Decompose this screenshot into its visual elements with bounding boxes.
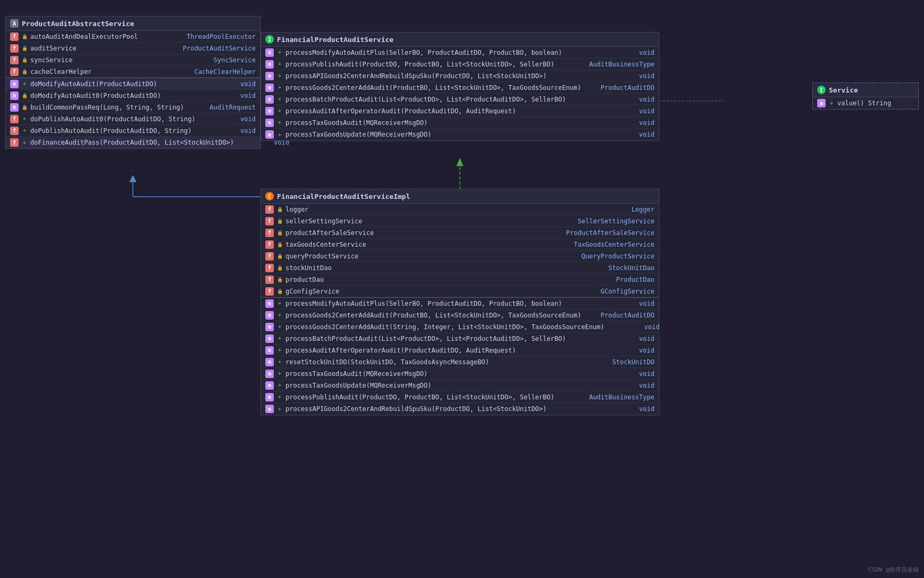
abstract-class-box: A ProductAuditAbstractService f 🔒 autoAu… xyxy=(5,16,261,149)
method-badge: m xyxy=(10,103,19,112)
method-type: void xyxy=(612,119,654,127)
method-name: processAuditAfterOperatorAudit(ProductAu… xyxy=(285,347,599,354)
table-row: m 🔒 doModifyAutoAudit0(ProductAuditDO) v… xyxy=(6,90,260,102)
vis-icon: + xyxy=(276,370,283,378)
table-row: m + processModifyAutoAuditPlus(SellerBO,… xyxy=(261,298,659,309)
method-type: void xyxy=(612,49,654,56)
field-type: TaxGoodsCenterService xyxy=(574,241,654,248)
method-name: doPublishAutoAudit(ProductAuditDO, Strin… xyxy=(30,127,200,135)
table-row: f 🔒 productDao ProductDao xyxy=(261,274,659,286)
method-badge: m xyxy=(265,358,274,366)
interface-class-box: I FinancialProductAuditService m + proce… xyxy=(261,32,659,141)
table-row: m + value() String xyxy=(813,97,918,109)
field-badge: f xyxy=(265,287,274,296)
vis-icon: + xyxy=(276,84,283,91)
vis-icon: + xyxy=(21,139,28,146)
field-badge: f xyxy=(265,205,274,214)
abstract-icon: A xyxy=(10,19,19,28)
method-badge: m xyxy=(265,119,274,127)
method-name: processPublishAudit(ProductDO, ProductBO… xyxy=(285,61,576,68)
table-row: f + doFinanceAuditPass(ProductAuditDO, L… xyxy=(6,137,260,148)
vis-icon: 🔒 xyxy=(21,104,28,111)
vis-icon: 🔒 xyxy=(21,56,28,64)
table-row: m + processGoods2CenterAddAudit(ProductB… xyxy=(261,309,659,321)
impl-header: C FinancialProductAuditServiceImpl xyxy=(261,189,659,204)
field-type: CacheClearHelper xyxy=(194,68,256,76)
vis-icon: 🔒 xyxy=(276,276,283,283)
table-row: f + doPublishAutoAudit0(ProductAuditDO, … xyxy=(6,113,260,125)
vis-icon: + xyxy=(21,80,28,88)
field-type: GConfigService xyxy=(601,288,654,295)
method-badge: m xyxy=(265,48,274,57)
method-name: doPublishAutoAudit0(ProductAuditDO, Stri… xyxy=(30,115,200,123)
service-title: Service xyxy=(829,86,858,94)
vis-icon: + xyxy=(276,131,283,138)
svg-marker-3 xyxy=(130,175,136,182)
vis-icon: + xyxy=(276,300,283,307)
method-badge: m xyxy=(265,72,274,80)
method-type: void xyxy=(612,347,654,354)
interface-icon: I xyxy=(265,35,274,44)
service-icon: I xyxy=(817,86,826,94)
field-type: ProductAfterSaleService xyxy=(566,229,654,237)
method-name: processAuditAfterOperatorAudit(ProductAu… xyxy=(285,107,599,115)
vis-icon: 🔒 xyxy=(21,68,28,76)
method-type: ProductAuditDO xyxy=(601,84,654,91)
method-badge: m xyxy=(265,60,274,69)
method-name: doFinanceAuditPass(ProductAuditDO, List<… xyxy=(30,139,234,146)
field-badge: f xyxy=(265,229,274,237)
vis-icon: + xyxy=(276,323,283,331)
method-type: void xyxy=(612,300,654,307)
method-name: processTaxGoodsUpdate(MQReceiverMsgDO) xyxy=(285,131,599,138)
method-badge: m xyxy=(265,323,274,331)
vis-icon: 🔒 xyxy=(276,253,283,260)
method-type: StockUnitDO xyxy=(612,358,654,366)
method-badge: m xyxy=(265,83,274,92)
method-name: processGoods2CenterAddAudit(ProductBO, L… xyxy=(285,312,588,319)
method-badge: f xyxy=(10,115,19,123)
impl-class-box: C FinancialProductAuditServiceImpl f 🔒 l… xyxy=(261,189,659,415)
vis-icon: + xyxy=(276,335,283,342)
vis-icon: + xyxy=(276,382,283,389)
vis-icon: 🔒 xyxy=(276,217,283,225)
method-name: processModifyAutoAuditPlus(SellerBO, Pro… xyxy=(285,49,599,56)
field-badge: f xyxy=(10,68,19,76)
table-row: f 🔒 stockUnitDao StockUnitDao xyxy=(261,262,659,274)
table-row: m + processGoods2CenterAddAudit(String, … xyxy=(261,321,659,333)
method-name: value() String xyxy=(837,99,914,107)
method-badge: m xyxy=(265,346,274,355)
table-row: m + processTaxGoodsAudit(MQReceiverMsgDO… xyxy=(261,117,659,129)
method-name: resetStockUnitDO(StockUnitDO, TaxGoodsAs… xyxy=(285,358,599,366)
method-name: processAPIGoods2CenterAndRebuildSpuSku(P… xyxy=(285,72,599,80)
field-badge: f xyxy=(10,56,19,64)
method-type: void xyxy=(213,92,256,99)
table-row: f 🔒 sellerSettingService SellerSettingSe… xyxy=(261,215,659,227)
method-badge: m xyxy=(265,311,274,320)
table-row: m + processAuditAfterOperatorAudit(Produ… xyxy=(261,105,659,117)
table-row: m + processBatchProductAudit(List<Produc… xyxy=(261,333,659,345)
field-name: cacheClearHelper xyxy=(30,68,181,76)
table-row: m + processPublishAudit(ProductDO, Produ… xyxy=(261,391,659,403)
field-name: sellerSettingService xyxy=(285,217,565,225)
field-type: QueryProductService xyxy=(582,253,654,260)
method-badge: m xyxy=(265,405,274,413)
abstract-title: ProductAuditAbstractService xyxy=(22,20,134,28)
vis-icon: 🔒 xyxy=(21,33,28,40)
method-type: ProductAuditDO xyxy=(601,312,654,319)
field-name: syncService xyxy=(30,56,200,64)
method-name: doModifyAutoAudit(ProductAuditDO) xyxy=(30,80,200,88)
field-type: ProductDao xyxy=(612,276,654,283)
vis-icon: + xyxy=(276,393,283,401)
table-row: m + processGoods2CenterAddAudit(ProductB… xyxy=(261,82,659,94)
method-type: AuditBusinessType xyxy=(589,61,654,68)
vis-icon: 🔒 xyxy=(21,92,28,99)
vis-icon: + xyxy=(276,119,283,127)
field-type: SellerSettingService xyxy=(578,217,655,225)
table-row: f 🔒 taxGoodsCenterService TaxGoodsCenter… xyxy=(261,239,659,250)
field-badge: f xyxy=(265,252,274,261)
method-name: processAPIGoods2CenterAndRebuildSpuSku(P… xyxy=(285,405,599,413)
method-badge: m xyxy=(10,91,19,100)
method-badge: m xyxy=(265,334,274,343)
field-type: SyncService xyxy=(213,56,256,64)
field-name: taxGoodsCenterService xyxy=(285,241,561,248)
